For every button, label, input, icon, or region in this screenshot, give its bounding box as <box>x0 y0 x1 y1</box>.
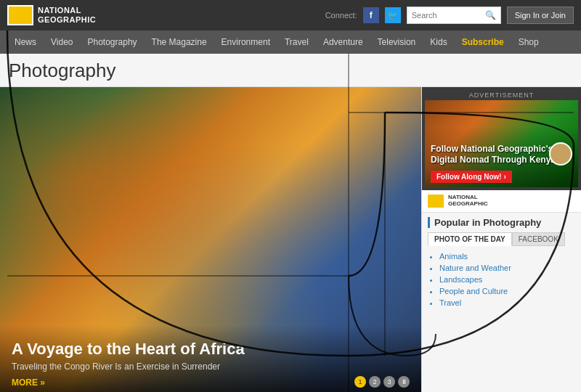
nav-item-kids[interactable]: Kids <box>423 30 454 54</box>
ad-image: Follow National Geographic's Digital Nom… <box>425 100 578 187</box>
nav-item-photography[interactable]: Photography <box>81 30 145 54</box>
hero-dot-1[interactable]: 1 <box>354 376 366 388</box>
nav-item-subscribe[interactable]: Subscribe <box>455 30 511 54</box>
advertisement-section: ADVERTISEMENT Follow National Geographic… <box>422 87 581 190</box>
ad-label: ADVERTISEMENT <box>425 90 578 100</box>
sidebar-logo[interactable]: NATIONAL GEOGRAPHIC <box>422 190 581 213</box>
popular-list-item[interactable]: People and Culture <box>439 285 575 297</box>
signin-button[interactable]: Sign In or Join <box>507 7 574 24</box>
hero-title: A Voyage to the Heart of Africa <box>12 340 410 359</box>
popular-list-item[interactable]: Landscapes <box>439 274 575 285</box>
search-box: 🔍 <box>407 7 501 24</box>
page-title: Photography <box>9 60 572 82</box>
nav-item-shop[interactable]: Shop <box>511 30 546 54</box>
header: NATIONAL GEOGRAPHIC Connect: f 🐦 🔍 Sign … <box>0 0 581 30</box>
hero-subtitle: Traveling the Congo River Is an Exercise… <box>12 362 410 372</box>
search-icon[interactable]: 🔍 <box>485 10 496 20</box>
search-input[interactable] <box>412 11 485 20</box>
hero-dots: 1 2 3 ⏸ <box>354 376 410 388</box>
popular-list-item[interactable]: Nature and Weather <box>439 262 575 274</box>
popular-tabs: PHOTO OF THE DAY FACEBOOK <box>428 232 575 246</box>
main-nav: News Video Photography The Magazine Envi… <box>0 30 581 54</box>
popular-section: Popular in Photography PHOTO OF THE DAY … <box>422 213 581 313</box>
nav-item-news[interactable]: News <box>7 30 44 54</box>
nav-item-environment[interactable]: Environment <box>214 30 277 54</box>
hero-section: A Voyage to the Heart of Africa Travelin… <box>0 87 421 392</box>
main-content: A Voyage to the Heart of Africa Travelin… <box>0 87 581 392</box>
nav-item-magazine[interactable]: The Magazine <box>145 30 214 54</box>
nav-item-travel[interactable]: Travel <box>277 30 316 54</box>
twitter-button[interactable]: 🐦 <box>385 7 401 23</box>
sidebar: ADVERTISEMENT Follow National Geographic… <box>421 87 581 392</box>
logo-text: NATIONAL GEOGRAPHIC <box>38 6 96 25</box>
popular-tab-photo-of-day[interactable]: PHOTO OF THE DAY <box>428 232 512 246</box>
nav-item-television[interactable]: Television <box>370 30 423 54</box>
ad-avatar <box>549 142 572 166</box>
sidebar-logo-text: NATIONAL GEOGRAPHIC <box>448 195 488 208</box>
popular-list: Animals Nature and Weather Landscapes Pe… <box>428 250 575 309</box>
hero-dot-4[interactable]: ⏸ <box>398 376 410 388</box>
logo-flag <box>7 5 33 25</box>
connect-label: Connect: <box>325 11 357 20</box>
nav-item-adventure[interactable]: Adventure <box>316 30 370 54</box>
ad-cta-button[interactable]: Follow Along Now! › <box>431 171 512 183</box>
hero-more-link[interactable]: MORE » <box>12 377 410 388</box>
popular-list-item[interactable]: Travel <box>439 297 575 309</box>
popular-title: Popular in Photography <box>428 217 575 228</box>
sidebar-logo-flag <box>428 195 444 208</box>
hero-dot-3[interactable]: 3 <box>383 376 395 388</box>
popular-tab-facebook[interactable]: FACEBOOK <box>512 232 565 246</box>
popular-list-item[interactable]: Animals <box>439 250 575 262</box>
hero-dot-2[interactable]: 2 <box>369 376 381 388</box>
logo[interactable]: NATIONAL GEOGRAPHIC <box>7 5 96 25</box>
nav-item-video[interactable]: Video <box>44 30 80 54</box>
page-title-bar: Photography <box>0 54 581 87</box>
header-right: Connect: f 🐦 🔍 Sign In or Join <box>325 7 574 24</box>
facebook-button[interactable]: f <box>363 7 379 23</box>
